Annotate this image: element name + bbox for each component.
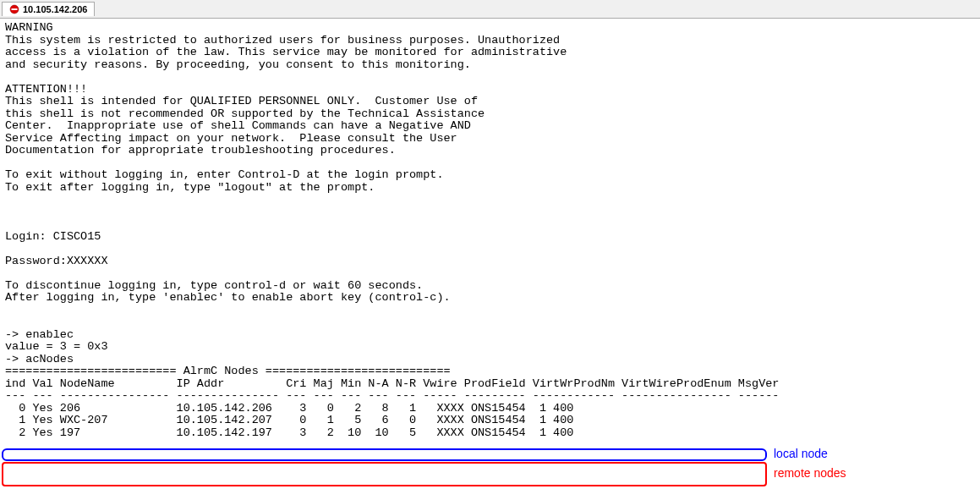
prompt-enablec: -> enablec [5,328,74,341]
password-value: XXXXXX [67,255,108,267]
remote-nodes-highlight-box [2,462,767,486]
login-label: Login: [5,230,53,243]
local-node-label: local node [774,448,828,460]
tab-bar: 10.105.142.206 [0,0,980,19]
exit-line-0: To exit without logging in, enter Contro… [5,168,443,181]
remote-nodes-label: remote nodes [774,467,846,480]
exit-line-1: To exit after logging in, type "logout" … [5,181,375,194]
postlogin-line-1: After logging in, type 'enablec' to enab… [5,291,451,304]
tab-title: 10.105.142.206 [23,4,87,14]
table-row: 2 Yes 197 10.105.142.197 3 2 10 10 5 XXX… [5,426,573,439]
attention-header: ATTENTION!!! [5,83,87,96]
value-line: value = 3 = 0x3 [5,340,108,353]
attention-line-3: Service Affecting impact on your network… [5,132,457,145]
table-row: 1 Yes WXC-207 10.105.142.207 0 1 5 6 0 X… [5,414,573,426]
attention-line-1: this shell is not recommended OR support… [5,107,485,120]
table-underline: --- --- ---------------- ---------------… [5,389,779,402]
table-row: 0 Yes 206 10.105.142.206 3 0 2 8 1 XXXX … [5,402,573,415]
postlogin-line-0: To discontinue logging in, type control-… [5,279,423,292]
table-columns: ind Val NodeName IP Addr Cri Maj Min N-A… [5,377,779,390]
session-tab[interactable]: 10.105.142.206 [2,2,95,16]
svg-rect-1 [12,8,18,10]
local-node-highlight-box [2,448,767,461]
warning-line-1: access is a violation of the law. This s… [5,46,567,58]
warning-line-0: This system is restricted to authorized … [5,34,560,47]
attention-line-0: This shell is intended for QUALIFIED PER… [5,95,478,107]
warning-line-2: and security reasons. By proceeding, you… [5,58,471,71]
login-value: CISCO15 [53,230,101,243]
no-entry-icon [9,4,19,14]
warning-header: WARNING [5,21,53,34]
password-label: Password: [5,255,67,267]
table-sep: ========================= AlrmC Nodes ==… [5,365,451,377]
prompt-acnodes: -> acNodes [5,353,74,365]
attention-line-2: Center. Inappropriate use of shell Comma… [5,119,471,132]
terminal-output[interactable]: WARNING This system is restricted to aut… [0,19,980,489]
attention-line-4: Documentation for appropriate troublesho… [5,144,396,157]
